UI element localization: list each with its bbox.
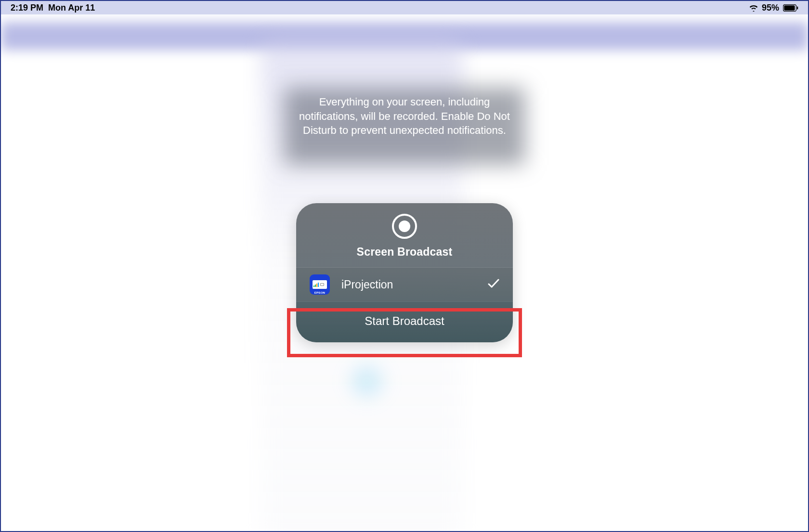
wifi-icon <box>748 4 759 12</box>
checkmark-icon <box>488 278 499 291</box>
status-bar: 2:19 PM Mon Apr 11 95% <box>1 1 808 14</box>
screen-broadcast-popup: Screen Broadcast EPSON iProjection Start… <box>296 203 513 342</box>
popup-title: Screen Broadcast <box>357 246 453 259</box>
blurred-background-accent <box>343 357 391 405</box>
iprojection-app-icon: EPSON <box>310 274 330 295</box>
start-broadcast-button[interactable]: Start Broadcast <box>296 301 513 342</box>
recording-info-text: Everything on your screen, including not… <box>289 95 520 138</box>
broadcast-app-row[interactable]: EPSON iProjection <box>296 267 513 301</box>
status-time: 2:19 PM <box>11 3 43 13</box>
broadcast-app-name: iProjection <box>341 278 488 291</box>
record-icon <box>392 214 417 239</box>
popup-header: Screen Broadcast <box>296 203 513 267</box>
svg-rect-2 <box>797 6 798 9</box>
battery-icon <box>783 4 798 12</box>
status-date: Mon Apr 11 <box>48 3 95 13</box>
status-battery-pct: 95% <box>762 3 779 13</box>
svg-rect-1 <box>784 5 795 10</box>
